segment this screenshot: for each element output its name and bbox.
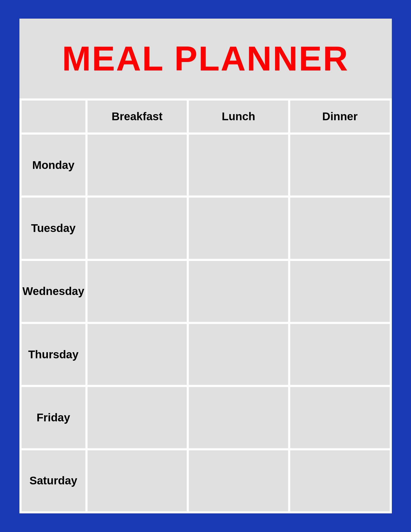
- row-tuesday: Tuesday: [22, 198, 390, 259]
- saturday-breakfast-cell[interactable]: [88, 450, 187, 511]
- wednesday-lunch-cell[interactable]: [189, 261, 288, 322]
- tuesday-label: Tuesday: [31, 222, 76, 235]
- page-title: MEAL PLANNER: [62, 39, 349, 78]
- row-saturday: Saturday: [22, 450, 390, 511]
- thursday-label: Thursday: [28, 348, 78, 361]
- breakfast-header-label: Breakfast: [111, 110, 162, 123]
- header-section: MEAL PLANNER: [19, 19, 392, 98]
- friday-breakfast-cell[interactable]: [88, 387, 187, 448]
- day-cell-saturday: Saturday: [22, 450, 85, 511]
- friday-label: Friday: [36, 411, 70, 424]
- day-cell-thursday: Thursday: [22, 324, 85, 385]
- header-cell-breakfast: Breakfast: [88, 101, 187, 132]
- page-container: MEAL PLANNER Breakfast Lunch Dinner Mond: [11, 11, 400, 521]
- wednesday-dinner-cell[interactable]: [290, 261, 389, 322]
- tuesday-breakfast-cell[interactable]: [88, 198, 187, 259]
- tuesday-lunch-cell[interactable]: [189, 198, 288, 259]
- monday-label: Monday: [32, 159, 74, 172]
- thursday-dinner-cell[interactable]: [290, 324, 389, 385]
- monday-breakfast-cell[interactable]: [88, 135, 187, 196]
- monday-dinner-cell[interactable]: [290, 135, 389, 196]
- friday-dinner-cell[interactable]: [290, 387, 389, 448]
- thursday-lunch-cell[interactable]: [189, 324, 288, 385]
- day-cell-friday: Friday: [22, 387, 85, 448]
- column-header-row: Breakfast Lunch Dinner: [22, 101, 390, 132]
- row-wednesday: Wednesday: [22, 261, 390, 322]
- lunch-header-label: Lunch: [222, 110, 255, 123]
- friday-lunch-cell[interactable]: [189, 387, 288, 448]
- header-cell-lunch: Lunch: [189, 101, 288, 132]
- row-thursday: Thursday: [22, 324, 390, 385]
- row-monday: Monday: [22, 135, 390, 196]
- wednesday-label: Wednesday: [22, 285, 84, 298]
- grid-section: Breakfast Lunch Dinner Monday: [19, 98, 392, 513]
- header-cell-empty: [22, 101, 85, 132]
- saturday-label: Saturday: [30, 474, 77, 487]
- tuesday-dinner-cell[interactable]: [290, 198, 389, 259]
- saturday-lunch-cell[interactable]: [189, 450, 288, 511]
- monday-lunch-cell[interactable]: [189, 135, 288, 196]
- day-cell-tuesday: Tuesday: [22, 198, 85, 259]
- saturday-dinner-cell[interactable]: [290, 450, 389, 511]
- row-friday: Friday: [22, 387, 390, 448]
- inner-container: MEAL PLANNER Breakfast Lunch Dinner Mond: [19, 19, 392, 513]
- header-cell-dinner: Dinner: [290, 101, 389, 132]
- wednesday-breakfast-cell[interactable]: [88, 261, 187, 322]
- thursday-breakfast-cell[interactable]: [88, 324, 187, 385]
- day-cell-monday: Monday: [22, 135, 85, 196]
- day-cell-wednesday: Wednesday: [22, 261, 85, 322]
- dinner-header-label: Dinner: [322, 110, 358, 123]
